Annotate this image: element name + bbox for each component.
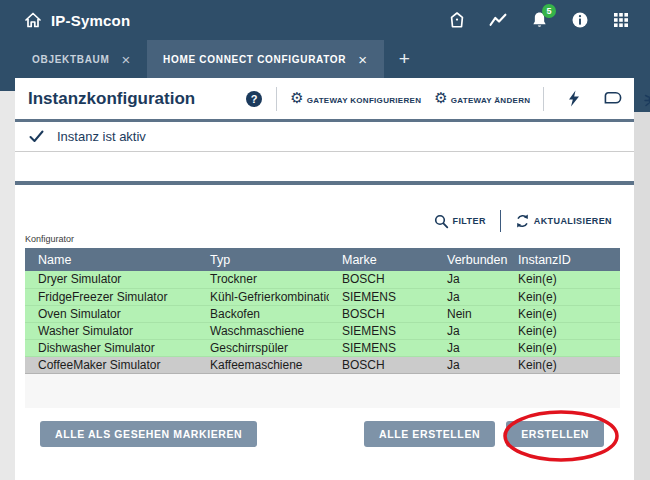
bell-icon[interactable]: 5 (530, 11, 548, 29)
svg-text:?: ? (251, 93, 258, 105)
table-row[interactable]: Washer Simulator Waschmaschiene SIEMENS … (25, 322, 620, 339)
refresh-button[interactable]: AKTUALISIEREN (515, 213, 612, 229)
app-logo: IP-Symcon (0, 11, 130, 29)
column-header-verbunden: Verbunden (434, 248, 505, 271)
mark-all-seen-button[interactable]: ALLE ALS GESEHEN MARKIEREN (40, 421, 257, 447)
gateway-configure-button[interactable]: ⚙ GATEWAY KONFIGURIEREN (290, 91, 421, 106)
instance-status-row: Instanz ist aktiv (15, 122, 634, 152)
corner-decoration (0, 78, 15, 91)
filter-button[interactable]: FILTER (434, 214, 486, 229)
create-button-group: ALLE ERSTELLEN ERSTELLEN (364, 421, 604, 447)
tab-home-connect-label: HOME CONNECT CONFIGURATOR (163, 54, 346, 65)
gear-icon: ⚙ (290, 91, 303, 106)
divider (543, 87, 544, 111)
ip-symcon-window: IP-Symcon 5 (0, 0, 650, 480)
column-header-marke: Marke (329, 248, 434, 271)
tab-objektbaum-label: OBJEKTBAUM (32, 54, 110, 65)
table-row[interactable]: Oven Simulator Backofen BOSCH Nein Kein(… (25, 305, 620, 322)
lightning-icon[interactable] (565, 90, 583, 108)
scrollbar-track[interactable] (634, 78, 650, 480)
instance-status-text: Instanz ist aktiv (57, 129, 146, 144)
divider (276, 87, 277, 111)
column-header-typ: Typ (197, 248, 329, 271)
refresh-icon (515, 213, 530, 229)
configurator-table: Name Typ Marke Verbunden InstanzID Dryer… (25, 248, 620, 374)
divider (500, 210, 501, 232)
left-margin-strip (0, 78, 15, 480)
main-panel: Instanzkonfiguration ? ⚙ GATEWAY KONFIGU… (15, 78, 634, 480)
top-bar: IP-Symcon 5 (0, 0, 650, 40)
apps-grid-icon[interactable] (612, 11, 630, 29)
tab-objektbaum[interactable]: OBJEKTBAUM × (16, 40, 147, 78)
table-toolbar: FILTER AKTUALISIEREN (15, 211, 634, 231)
add-tab-button[interactable]: + (384, 40, 425, 78)
trend-chart-icon[interactable] (489, 11, 507, 29)
search-icon (434, 214, 449, 229)
check-icon (29, 130, 44, 143)
help-icon[interactable]: ? (245, 90, 263, 108)
configurator-label: Konfigurator (25, 234, 634, 245)
store-icon[interactable] (448, 11, 466, 29)
page-header: Instanzkonfiguration ? ⚙ GATEWAY KONFIGU… (15, 78, 634, 122)
create-button[interactable]: ERSTELLEN (506, 421, 604, 447)
header-actions: ? ⚙ GATEWAY KONFIGURIEREN ⚙ GATEWAY ÄNDE… (245, 87, 650, 111)
refresh-label: AKTUALISIEREN (534, 216, 612, 226)
gear-icon: ⚙ (434, 91, 447, 106)
tab-home-connect-configurator[interactable]: HOME CONNECT CONFIGURATOR × (147, 40, 384, 78)
close-icon[interactable]: × (358, 52, 367, 67)
tab-bar: OBJEKTBAUM × HOME CONNECT CONFIGURATOR ×… (0, 40, 650, 78)
table-empty-area (25, 374, 620, 408)
page-title: Instanzkonfiguration (28, 89, 195, 109)
table-row[interactable]: Dishwasher Simulator Geschirrspüler SIEM… (25, 339, 620, 356)
section-separator (15, 152, 634, 185)
home-icon (24, 11, 42, 29)
table-row[interactable]: Dryer Simulator Trockner BOSCH Ja Kein(e… (25, 271, 620, 288)
console-bubble-icon[interactable] (604, 90, 622, 108)
close-icon[interactable]: × (122, 52, 131, 67)
filter-label: FILTER (453, 216, 486, 226)
table-row-selected[interactable]: CoffeeMaker Simulator Kaffeemaschiene BO… (25, 356, 620, 373)
create-all-button[interactable]: ALLE ERSTELLEN (364, 421, 495, 447)
topbar-icon-group: 5 (448, 11, 650, 29)
column-header-name: Name (25, 248, 197, 271)
table-row[interactable]: FridgeFreezer Simulator Kühl-Gefrierkomb… (25, 288, 620, 305)
table-header-row: Name Typ Marke Verbunden InstanzID (25, 248, 620, 271)
info-icon[interactable] (571, 11, 589, 29)
notification-badge: 5 (542, 4, 556, 18)
actions-row: ALLE ALS GESEHEN MARKIEREN ALLE ERSTELLE… (15, 421, 634, 447)
column-header-instanzid: InstanzID (505, 248, 620, 271)
gateway-change-button[interactable]: ⚙ GATEWAY ÄNDERN (434, 91, 530, 106)
debug-bug-icon[interactable] (643, 90, 650, 108)
app-title: IP-Symcon (51, 12, 130, 29)
